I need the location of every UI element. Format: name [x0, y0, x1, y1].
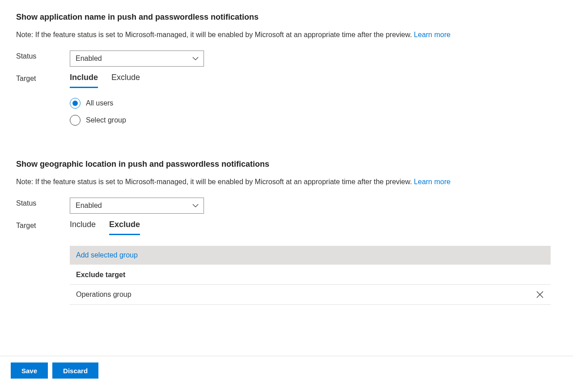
section2-tabs: Include Exclude: [70, 220, 557, 235]
table-row: Operations group: [70, 285, 551, 305]
tab-exclude[interactable]: Exclude: [109, 220, 140, 235]
section1-radio-group: All users Select group: [70, 98, 140, 126]
tab-include[interactable]: Include: [70, 73, 98, 88]
section1-target-label: Target: [16, 73, 70, 83]
radio-icon: [70, 115, 81, 126]
section2-note-text: Note: If the feature status is set to Mi…: [16, 178, 414, 185]
section1-tabs: Include Exclude: [70, 73, 140, 88]
chevron-down-icon: [192, 202, 199, 209]
section1-note-text: Note: If the feature status is set to Mi…: [16, 31, 414, 38]
radio-select-group-label: Select group: [86, 116, 126, 124]
section2-note: Note: If the feature status is set to Mi…: [16, 178, 557, 186]
exclude-target-header: Exclude target: [70, 265, 551, 285]
radio-select-group[interactable]: Select group: [70, 115, 140, 126]
add-selected-group-bar: Add selected group: [70, 246, 551, 265]
section1-note: Note: If the feature status is set to Mi…: [16, 31, 557, 39]
section2-target-label: Target: [16, 220, 70, 230]
radio-all-users[interactable]: All users: [70, 98, 140, 109]
section2-learn-more-link[interactable]: Learn more: [414, 178, 450, 185]
close-icon[interactable]: [535, 290, 544, 299]
add-selected-group-link[interactable]: Add selected group: [76, 251, 138, 259]
radio-all-users-label: All users: [86, 99, 113, 107]
section2-status-label: Status: [16, 198, 70, 207]
section2-title: Show geographic location in push and pas…: [16, 160, 557, 169]
section1-learn-more-link[interactable]: Learn more: [414, 31, 450, 38]
tab-include[interactable]: Include: [70, 220, 96, 235]
radio-icon: [70, 98, 81, 109]
section1-status-label: Status: [16, 51, 70, 60]
chevron-down-icon: [192, 55, 199, 62]
exclude-panel: Add selected group Exclude target Operat…: [70, 246, 551, 305]
section1-status-value: Enabled: [76, 55, 102, 63]
tab-exclude[interactable]: Exclude: [111, 73, 140, 88]
section2-status-dropdown[interactable]: Enabled: [70, 198, 204, 214]
section1-status-dropdown[interactable]: Enabled: [70, 51, 204, 67]
section2-status-value: Enabled: [76, 202, 102, 210]
exclude-item-name: Operations group: [76, 291, 132, 299]
section1-title: Show application name in push and passwo…: [16, 13, 557, 22]
